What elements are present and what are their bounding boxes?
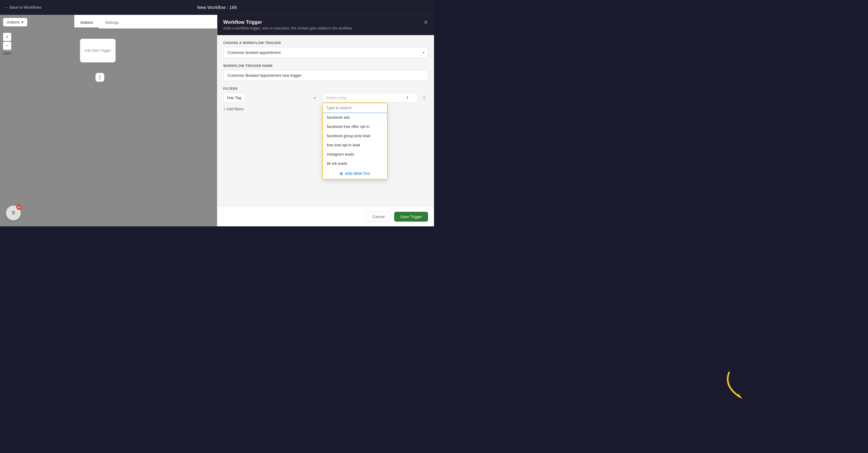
tag-item-0[interactable]: facebook ads: [323, 113, 387, 122]
tag-item-4[interactable]: instagram leads: [323, 150, 387, 159]
trigger-name-label: WORKFLOW TRIGGER NAME: [223, 64, 428, 67]
panel-header-text: Workflow Trigger Adds a workflow trigger…: [223, 20, 352, 30]
tag-placeholder: Select a tag: [326, 95, 347, 100]
save-trigger-button[interactable]: Save Trigger: [394, 212, 428, 221]
panel-subtitle: Adds a workflow trigger, and on executio…: [223, 26, 352, 30]
trigger-section-label: CHOOSE A WORKFLOW TRIGGER: [223, 41, 428, 44]
tag-item-5[interactable]: tik tok leads: [323, 159, 387, 168]
tag-select-arrows: ⬍: [406, 96, 409, 100]
actions-bar: Actions ▾: [3, 18, 27, 27]
notification-icon: 9: [12, 210, 15, 216]
filters-label: FILTERS: [223, 87, 428, 90]
trigger-type-select[interactable]: Customer booked appointment: [223, 47, 428, 58]
tag-item-2[interactable]: facebook group post lead: [323, 131, 387, 141]
chevron-down-icon: ▾: [22, 20, 24, 24]
tag-dropdown-popup: facebook adsfacebook free offer opt infa…: [322, 102, 388, 180]
add-trigger-card[interactable]: Add New Trigger: [80, 39, 116, 62]
add-new-tag-label: ADD NEW TAG: [345, 172, 370, 176]
panel-footer: Cancel Save Trigger: [217, 207, 434, 227]
add-filters-label: + Add filters: [223, 107, 244, 111]
bracket-node: (: [95, 73, 104, 82]
tag-item-1[interactable]: facebook free offer opt in: [323, 122, 387, 131]
delete-filter-button[interactable]: 🗑: [421, 94, 428, 102]
notification-area: 9 22: [6, 206, 21, 220]
filter-type-arrow: ▾: [314, 96, 316, 100]
tag-item-3[interactable]: free trial opt-in lead: [323, 141, 387, 150]
zoom-out-button[interactable]: −: [3, 42, 11, 50]
tab-settings[interactable]: Settings: [99, 17, 125, 28]
filter-type-select[interactable]: Has Tag: [223, 93, 245, 102]
close-panel-button[interactable]: ✕: [424, 20, 428, 25]
zoom-controls: + − 100%: [3, 33, 11, 55]
add-new-tag-button[interactable]: ⊕ ADD NEW TAG: [323, 168, 387, 179]
filter-type-wrapper: Has Tag ▾: [223, 93, 319, 102]
top-bar: ← Back to Workflows New Workflow : 168: [0, 0, 434, 15]
tag-list: facebook adsfacebook free offer opt infa…: [323, 113, 387, 168]
trigger-name-group: WORKFLOW TRIGGER NAME: [223, 64, 428, 81]
panel-header: Workflow Trigger Adds a workflow trigger…: [217, 15, 434, 35]
back-to-workflows-button[interactable]: ← Back to Workflows: [5, 5, 41, 9]
actions-dropdown-button[interactable]: Actions ▾: [3, 18, 27, 27]
tag-search-input[interactable]: [323, 103, 387, 113]
workflow-title: New Workflow : 168: [197, 5, 237, 10]
canvas-tabs: Actions Settings: [74, 15, 217, 29]
tag-select-trigger[interactable]: Select a tag ⬍: [322, 93, 418, 102]
panel-title: Workflow Trigger: [223, 20, 352, 25]
trigger-select-wrapper: Customer booked appointment ▾: [223, 47, 428, 58]
panel-body: CHOOSE A WORKFLOW TRIGGER Customer booke…: [217, 35, 434, 207]
notification-count: 22: [17, 205, 22, 210]
content-area: Actions ▾ + − 100% Actions Settings Add …: [0, 15, 434, 227]
filter-tag-container: Select a tag ⬍ facebook adsfacebook free…: [322, 93, 418, 102]
tab-actions[interactable]: Actions: [74, 17, 99, 28]
filters-row: Has Tag ▾ Select a tag ⬍ faceb: [223, 93, 428, 102]
actions-label: Actions: [7, 20, 20, 24]
cancel-button[interactable]: Cancel: [366, 212, 391, 221]
trigger-type-group: CHOOSE A WORKFLOW TRIGGER Customer booke…: [223, 41, 428, 58]
add-new-tag-plus-icon: ⊕: [339, 171, 343, 176]
trigger-name-input[interactable]: [223, 70, 428, 81]
add-filters-button[interactable]: + Add filters: [223, 105, 244, 113]
zoom-level: 100%: [3, 52, 11, 55]
zoom-in-button[interactable]: +: [3, 33, 11, 41]
filters-group: FILTERS Has Tag ▾ Select a tag ⬍: [223, 87, 428, 113]
right-panel: Workflow Trigger Adds a workflow trigger…: [217, 15, 434, 227]
canvas-area: Actions ▾ + − 100% Actions Settings Add …: [0, 15, 217, 227]
